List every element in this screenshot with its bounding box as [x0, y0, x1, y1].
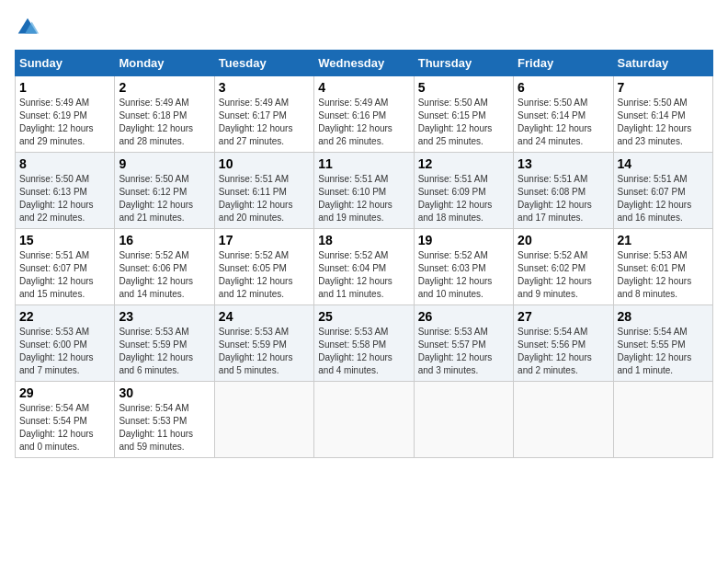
calendar-cell: 19Sunrise: 5:52 AMSunset: 6:03 PMDayligh…	[414, 229, 513, 305]
calendar-cell: 12Sunrise: 5:51 AMSunset: 6:09 PMDayligh…	[414, 153, 513, 229]
calendar-cell: 28Sunrise: 5:54 AMSunset: 5:55 PMDayligh…	[613, 305, 712, 382]
calendar-row: 29Sunrise: 5:54 AMSunset: 5:54 PMDayligh…	[16, 382, 713, 458]
calendar-cell: 13Sunrise: 5:51 AMSunset: 6:08 PMDayligh…	[514, 153, 613, 229]
day-info: Sunrise: 5:54 AMSunset: 5:56 PMDaylight:…	[518, 326, 609, 377]
calendar-cell: 3Sunrise: 5:49 AMSunset: 6:17 PMDaylight…	[214, 76, 313, 153]
day-number: 16	[119, 233, 210, 247]
day-info: Sunrise: 5:54 AMSunset: 5:53 PMDaylight:…	[119, 402, 210, 454]
header-monday: Monday	[115, 51, 214, 76]
day-number: 28	[618, 309, 709, 324]
calendar-header: SundayMondayTuesdayWednesdayThursdayFrid…	[16, 51, 713, 76]
calendar-cell: 26Sunrise: 5:53 AMSunset: 5:57 PMDayligh…	[414, 305, 513, 382]
calendar-cell: 30Sunrise: 5:54 AMSunset: 5:53 PMDayligh…	[115, 382, 214, 458]
calendar-cell: 17Sunrise: 5:52 AMSunset: 6:05 PMDayligh…	[214, 229, 313, 305]
day-info: Sunrise: 5:52 AMSunset: 6:05 PMDaylight:…	[219, 249, 310, 301]
day-number: 25	[318, 309, 409, 324]
calendar-cell	[314, 382, 414, 458]
calendar-cell: 10Sunrise: 5:51 AMSunset: 6:11 PMDayligh…	[214, 153, 313, 229]
calendar-cell: 9Sunrise: 5:50 AMSunset: 6:12 PMDaylight…	[115, 153, 214, 229]
header	[15, 15, 713, 40]
day-number: 22	[19, 309, 110, 324]
calendar-cell: 23Sunrise: 5:53 AMSunset: 5:59 PMDayligh…	[115, 305, 214, 382]
calendar-row: 22Sunrise: 5:53 AMSunset: 6:00 PMDayligh…	[16, 305, 713, 382]
calendar-cell	[514, 382, 613, 458]
day-number: 29	[19, 385, 110, 400]
day-info: Sunrise: 5:53 AMSunset: 5:59 PMDaylight:…	[119, 326, 210, 377]
day-number: 9	[119, 156, 210, 171]
calendar-cell: 20Sunrise: 5:52 AMSunset: 6:02 PMDayligh…	[514, 229, 613, 305]
day-info: Sunrise: 5:50 AMSunset: 6:14 PMDaylight:…	[518, 97, 609, 148]
calendar-cell: 4Sunrise: 5:49 AMSunset: 6:16 PMDaylight…	[314, 76, 414, 153]
day-number: 24	[219, 309, 310, 324]
calendar-cell: 18Sunrise: 5:52 AMSunset: 6:04 PMDayligh…	[314, 229, 414, 305]
day-info: Sunrise: 5:54 AMSunset: 5:55 PMDaylight:…	[618, 326, 709, 377]
day-info: Sunrise: 5:51 AMSunset: 6:09 PMDaylight:…	[418, 173, 509, 224]
day-number: 27	[518, 309, 609, 324]
day-info: Sunrise: 5:50 AMSunset: 6:12 PMDaylight:…	[119, 173, 210, 224]
calendar-cell: 22Sunrise: 5:53 AMSunset: 6:00 PMDayligh…	[16, 305, 115, 382]
day-number: 4	[318, 80, 409, 95]
header-wednesday: Wednesday	[314, 51, 414, 76]
day-info: Sunrise: 5:54 AMSunset: 5:54 PMDaylight:…	[19, 402, 110, 454]
calendar-body: 1Sunrise: 5:49 AMSunset: 6:19 PMDaylight…	[16, 76, 713, 458]
header-thursday: Thursday	[414, 51, 513, 76]
day-number: 2	[119, 80, 210, 95]
calendar-cell: 11Sunrise: 5:51 AMSunset: 6:10 PMDayligh…	[314, 153, 414, 229]
logo-icon	[15, 15, 40, 40]
calendar-cell: 7Sunrise: 5:50 AMSunset: 6:14 PMDaylight…	[613, 76, 712, 153]
calendar-cell: 27Sunrise: 5:54 AMSunset: 5:56 PMDayligh…	[514, 305, 613, 382]
day-number: 7	[618, 80, 709, 95]
day-number: 10	[219, 156, 310, 171]
header-row: SundayMondayTuesdayWednesdayThursdayFrid…	[16, 51, 713, 76]
calendar-cell: 15Sunrise: 5:51 AMSunset: 6:07 PMDayligh…	[16, 229, 115, 305]
calendar-cell: 1Sunrise: 5:49 AMSunset: 6:19 PMDaylight…	[16, 76, 115, 153]
day-info: Sunrise: 5:49 AMSunset: 6:17 PMDaylight:…	[219, 97, 310, 148]
day-number: 19	[418, 233, 509, 247]
day-number: 12	[418, 156, 509, 171]
day-info: Sunrise: 5:50 AMSunset: 6:13 PMDaylight:…	[19, 173, 110, 224]
day-info: Sunrise: 5:50 AMSunset: 6:14 PMDaylight:…	[618, 97, 709, 148]
header-tuesday: Tuesday	[214, 51, 313, 76]
day-info: Sunrise: 5:53 AMSunset: 5:59 PMDaylight:…	[219, 326, 310, 377]
day-number: 26	[418, 309, 509, 324]
day-number: 15	[19, 233, 110, 247]
calendar-cell: 5Sunrise: 5:50 AMSunset: 6:15 PMDaylight…	[414, 76, 513, 153]
calendar-cell	[214, 382, 313, 458]
header-saturday: Saturday	[613, 51, 712, 76]
day-info: Sunrise: 5:51 AMSunset: 6:07 PMDaylight:…	[19, 249, 110, 301]
calendar-row: 1Sunrise: 5:49 AMSunset: 6:19 PMDaylight…	[16, 76, 713, 153]
calendar-cell: 14Sunrise: 5:51 AMSunset: 6:07 PMDayligh…	[613, 153, 712, 229]
calendar-cell	[414, 382, 513, 458]
logo	[15, 15, 44, 40]
day-number: 20	[518, 233, 609, 247]
day-info: Sunrise: 5:49 AMSunset: 6:16 PMDaylight:…	[318, 97, 409, 148]
header-friday: Friday	[514, 51, 613, 76]
calendar-cell: 21Sunrise: 5:53 AMSunset: 6:01 PMDayligh…	[613, 229, 712, 305]
day-number: 1	[19, 80, 110, 95]
day-number: 18	[318, 233, 409, 247]
day-number: 17	[219, 233, 310, 247]
calendar-cell: 6Sunrise: 5:50 AMSunset: 6:14 PMDaylight…	[514, 76, 613, 153]
day-number: 6	[518, 80, 609, 95]
day-info: Sunrise: 5:52 AMSunset: 6:04 PMDaylight:…	[318, 249, 409, 301]
day-info: Sunrise: 5:51 AMSunset: 6:08 PMDaylight:…	[518, 173, 609, 224]
day-number: 3	[219, 80, 310, 95]
day-number: 23	[119, 309, 210, 324]
day-number: 21	[618, 233, 709, 247]
calendar-cell: 25Sunrise: 5:53 AMSunset: 5:58 PMDayligh…	[314, 305, 414, 382]
calendar-row: 8Sunrise: 5:50 AMSunset: 6:13 PMDaylight…	[16, 153, 713, 229]
day-number: 30	[119, 385, 210, 400]
day-info: Sunrise: 5:53 AMSunset: 5:58 PMDaylight:…	[318, 326, 409, 377]
calendar-cell: 16Sunrise: 5:52 AMSunset: 6:06 PMDayligh…	[115, 229, 214, 305]
day-info: Sunrise: 5:52 AMSunset: 6:06 PMDaylight:…	[119, 249, 210, 301]
day-info: Sunrise: 5:53 AMSunset: 6:00 PMDaylight:…	[19, 326, 110, 377]
day-number: 14	[618, 156, 709, 171]
day-info: Sunrise: 5:53 AMSunset: 5:57 PMDaylight:…	[418, 326, 509, 377]
calendar-cell: 24Sunrise: 5:53 AMSunset: 5:59 PMDayligh…	[214, 305, 313, 382]
day-info: Sunrise: 5:51 AMSunset: 6:11 PMDaylight:…	[219, 173, 310, 224]
day-info: Sunrise: 5:52 AMSunset: 6:02 PMDaylight:…	[518, 249, 609, 301]
calendar-cell	[613, 382, 712, 458]
day-number: 13	[518, 156, 609, 171]
day-number: 8	[19, 156, 110, 171]
day-info: Sunrise: 5:49 AMSunset: 6:18 PMDaylight:…	[119, 97, 210, 148]
